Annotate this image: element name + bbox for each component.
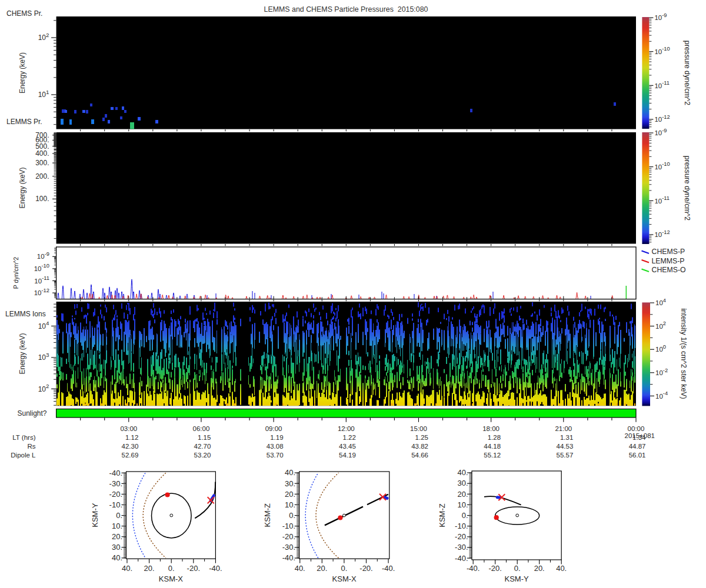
svg-text:20.: 20. — [285, 490, 295, 499]
svg-text:0.: 0. — [116, 511, 122, 520]
svg-text:KSM-Y: KSM-Y — [505, 574, 530, 583]
svg-text:Sunlight?: Sunlight? — [17, 409, 46, 417]
svg-text:10.: 10. — [112, 522, 122, 530]
svg-text:53.20: 53.20 — [194, 452, 211, 459]
svg-text:pressure dyne/cm^2: pressure dyne/cm^2 — [683, 41, 691, 106]
svg-text:pressure dyne/cm^2: pressure dyne/cm^2 — [683, 156, 691, 221]
svg-text:-30.: -30. — [282, 543, 295, 552]
svg-text:0.: 0. — [341, 564, 347, 573]
svg-text:intensity 1/(s cm^2 ster keV): intensity 1/(s cm^2 ster keV) — [680, 308, 688, 399]
svg-text:42.30: 42.30 — [122, 443, 139, 450]
svg-text:40.: 40. — [122, 564, 132, 573]
svg-text:15:00: 15:00 — [410, 425, 427, 432]
svg-text:0.: 0. — [462, 511, 468, 520]
svg-text:54.19: 54.19 — [339, 452, 356, 459]
svg-text:40.: 40. — [457, 468, 468, 477]
svg-text:30.: 30. — [457, 479, 468, 487]
svg-text:1.25: 1.25 — [415, 434, 428, 441]
svg-text:44.18: 44.18 — [484, 443, 501, 450]
svg-text:20.: 20. — [112, 532, 122, 541]
svg-text:20.: 20. — [457, 490, 468, 499]
svg-text:-40.: -40. — [109, 469, 122, 477]
svg-text:10.: 10. — [457, 500, 468, 509]
svg-text:30.: 30. — [285, 479, 295, 488]
svg-text:43.82: 43.82 — [411, 443, 428, 450]
svg-text:44.53: 44.53 — [557, 443, 574, 450]
svg-text:-40.: -40. — [455, 554, 468, 563]
svg-text:KSM-Z: KSM-Z — [438, 503, 447, 527]
svg-text:20.: 20. — [534, 564, 545, 573]
svg-text:55.57: 55.57 — [557, 452, 574, 459]
svg-text:0.: 0. — [289, 511, 295, 520]
svg-text:40.: 40. — [112, 553, 122, 562]
svg-text:55.12: 55.12 — [484, 452, 501, 459]
svg-text:1.12: 1.12 — [125, 434, 138, 441]
svg-text:LEMMS Ions: LEMMS Ions — [5, 310, 46, 318]
svg-text:40.: 40. — [285, 468, 295, 477]
svg-text:2015+081: 2015+081 — [625, 432, 655, 439]
svg-text:-40.: -40. — [382, 564, 395, 573]
svg-text:KSM-Z: KSM-Z — [263, 503, 272, 527]
svg-text:CHEMS Pr.: CHEMS Pr. — [6, 9, 42, 18]
svg-text:Energy (keV): Energy (keV) — [18, 167, 26, 208]
svg-text:40.: 40. — [556, 564, 567, 573]
svg-text:0.: 0. — [168, 564, 175, 573]
svg-text:42.70: 42.70 — [194, 443, 211, 450]
svg-text:-20.: -20. — [359, 564, 372, 573]
svg-text:-20.: -20. — [187, 564, 200, 573]
svg-text:P dyn/cm^2: P dyn/cm^2 — [12, 257, 19, 289]
svg-text:LT (hrs): LT (hrs) — [12, 434, 35, 441]
svg-text:-20.: -20. — [488, 564, 501, 573]
svg-text:KSM-Y: KSM-Y — [91, 503, 99, 527]
svg-text:09:00: 09:00 — [265, 425, 282, 432]
svg-text:LEMMS Pr.: LEMMS Pr. — [6, 118, 42, 126]
svg-text:40.: 40. — [295, 564, 305, 573]
svg-text:CHEMS-P: CHEMS-P — [652, 248, 685, 256]
svg-text:Energy (keV): Energy (keV) — [18, 333, 26, 374]
svg-text:1.31: 1.31 — [560, 434, 573, 441]
svg-text:20.: 20. — [144, 564, 155, 573]
svg-text:-10.: -10. — [282, 522, 295, 530]
svg-text:03:00: 03:00 — [120, 425, 137, 432]
svg-text:43.45: 43.45 — [339, 443, 356, 450]
svg-text:CHEMS-O: CHEMS-O — [652, 266, 686, 274]
svg-text:1.22: 1.22 — [342, 434, 355, 441]
svg-text:100.: 100. — [35, 195, 49, 203]
svg-text:KSM-X: KSM-X — [159, 574, 184, 583]
svg-text:00:00: 00:00 — [628, 425, 645, 432]
svg-text:-40.: -40. — [209, 564, 222, 573]
svg-text:400.: 400. — [35, 149, 49, 158]
svg-text:-10.: -10. — [109, 500, 122, 509]
svg-text:30.: 30. — [112, 543, 122, 552]
svg-text:LEMMS-P: LEMMS-P — [652, 257, 685, 265]
svg-text:43.08: 43.08 — [267, 443, 284, 450]
svg-text:-20.: -20. — [455, 532, 468, 541]
svg-text:52.69: 52.69 — [122, 452, 139, 459]
svg-text:20.: 20. — [317, 564, 327, 573]
svg-text:1.15: 1.15 — [198, 434, 211, 441]
svg-text:54.66: 54.66 — [411, 452, 428, 459]
svg-text:12:00: 12:00 — [338, 425, 355, 432]
svg-text:-40.: -40. — [282, 553, 295, 562]
svg-text:-40.: -40. — [467, 564, 479, 573]
svg-text:-30.: -30. — [455, 543, 468, 552]
svg-text:Energy (keV): Energy (keV) — [18, 52, 26, 93]
svg-text:18:00: 18:00 — [482, 425, 499, 432]
svg-text:Rs: Rs — [27, 443, 35, 450]
svg-text:200.: 200. — [35, 172, 49, 181]
svg-text:KSM-X: KSM-X — [332, 574, 357, 583]
svg-text:1.28: 1.28 — [488, 434, 501, 441]
svg-text:56.01: 56.01 — [629, 452, 646, 459]
svg-text:0.: 0. — [514, 564, 521, 573]
svg-text:-20.: -20. — [282, 532, 295, 541]
svg-text:44.87: 44.87 — [629, 443, 646, 450]
svg-text:700.: 700. — [35, 131, 49, 139]
svg-text:1.19: 1.19 — [270, 434, 283, 441]
svg-text:10.: 10. — [285, 500, 295, 509]
svg-text:-10.: -10. — [455, 522, 468, 530]
svg-text:300.: 300. — [35, 159, 49, 167]
svg-text:-30.: -30. — [109, 479, 122, 488]
svg-text:53.70: 53.70 — [267, 452, 284, 459]
svg-text:06:00: 06:00 — [193, 425, 210, 432]
svg-text:Dipole L: Dipole L — [11, 452, 36, 459]
